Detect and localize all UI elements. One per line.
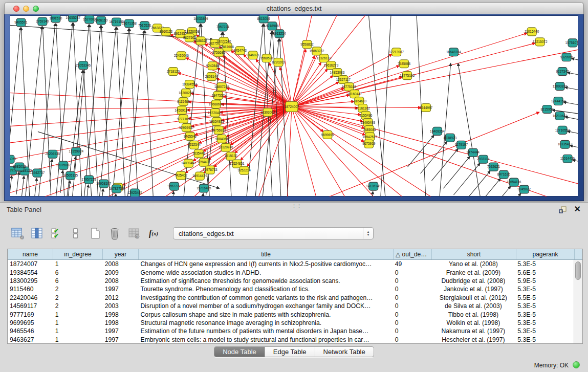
table-cell[interactable]: 5.6E-5 bbox=[515, 269, 574, 276]
table-cell[interactable]: 5.3E-5 bbox=[515, 319, 574, 326]
column-header-short[interactable]: short bbox=[432, 249, 516, 259]
table-cell[interactable]: 14569117 bbox=[8, 302, 53, 310]
table-cell[interactable]: 1997 bbox=[103, 327, 139, 335]
column-header-in_degree[interactable]: in_degree bbox=[53, 249, 103, 259]
network-edge[interactable] bbox=[570, 145, 578, 151]
table-cell[interactable]: Structural magnetic resonance image aver… bbox=[139, 319, 393, 326]
table-cell[interactable]: 0 bbox=[393, 319, 431, 326]
scrollbar-thumb[interactable] bbox=[575, 261, 581, 280]
table-cell[interactable]: 0 bbox=[393, 294, 431, 301]
table-settings-icon[interactable]: ⚙ bbox=[10, 226, 25, 240]
table-cell[interactable]: Nakamura et al. (1997) bbox=[431, 327, 516, 335]
table-cell[interactable]: 1 bbox=[53, 311, 103, 318]
tab-node-table[interactable]: Node Table bbox=[214, 347, 265, 357]
column-header-pagerank[interactable]: pagerank bbox=[516, 249, 575, 259]
table-cell[interactable]: Disruption of a novel member of a sodium… bbox=[139, 302, 393, 310]
network-edge[interactable] bbox=[60, 170, 63, 193]
network-edge[interactable] bbox=[474, 179, 500, 196]
network-edge[interactable] bbox=[458, 63, 484, 196]
table-cell[interactable]: 0 bbox=[393, 277, 431, 285]
network-edge[interactable] bbox=[464, 171, 490, 196]
column-header-out_degree[interactable]: △ out_de… bbox=[394, 249, 432, 259]
row-height-icon[interactable] bbox=[69, 226, 83, 240]
table-cell[interactable]: 5.3E-5 bbox=[515, 260, 574, 268]
table-cell[interactable]: 2012 bbox=[103, 294, 139, 301]
network-edge[interactable] bbox=[568, 131, 578, 137]
table-cell[interactable]: 22420046 bbox=[8, 294, 53, 301]
table-cell[interactable]: Embryonic stem cells: a model to study s… bbox=[139, 336, 393, 343]
network-edge[interactable] bbox=[565, 87, 578, 93]
table-cell[interactable]: Yano et al. (2008) bbox=[431, 260, 516, 268]
network-edge[interactable] bbox=[563, 102, 578, 108]
table-cell[interactable]: 19384554 bbox=[8, 269, 53, 276]
network-edge[interactable] bbox=[568, 73, 578, 79]
tab-network-table[interactable]: Network Table bbox=[315, 347, 374, 357]
network-edge[interactable] bbox=[578, 45, 578, 50]
table-cell[interactable]: 0 bbox=[393, 269, 431, 276]
network-edge[interactable] bbox=[125, 31, 144, 196]
table-cell[interactable]: Jankovic et al. (1997) bbox=[431, 286, 516, 293]
table-cell[interactable]: 49 bbox=[393, 260, 431, 268]
table-row[interactable]: 977716911998Corpus callosum shape and si… bbox=[8, 310, 574, 318]
table-cell[interactable]: 0 bbox=[393, 302, 431, 310]
table-cell[interactable]: 9465546 bbox=[8, 327, 53, 335]
table-cell[interactable]: 2003 bbox=[103, 302, 139, 310]
table-cell[interactable]: 2 bbox=[53, 302, 103, 310]
network-edge[interactable] bbox=[292, 106, 578, 196]
table-cell[interactable]: Tourette syndrome. Phenomenology and cla… bbox=[139, 286, 393, 293]
table-row[interactable]: 1456911722003Disruption of a novel membe… bbox=[8, 302, 574, 310]
column-header-year[interactable]: year bbox=[103, 249, 139, 259]
network-edge[interactable] bbox=[453, 163, 480, 195]
network-edge[interactable] bbox=[292, 76, 333, 107]
table-cell[interactable]: 0 bbox=[393, 286, 431, 293]
network-edge[interactable] bbox=[494, 193, 521, 196]
network-edge[interactable] bbox=[572, 58, 578, 64]
network-edge[interactable] bbox=[484, 186, 511, 196]
select-rows-icon[interactable]: ✔ ✔ bbox=[49, 226, 63, 240]
table-cell[interactable]: 18724007 bbox=[8, 260, 53, 268]
table-cell[interactable]: Estimation of significance thresholds fo… bbox=[139, 277, 393, 285]
table-cell[interactable]: 5.3E-5 bbox=[515, 327, 574, 335]
network-edge[interactable] bbox=[34, 178, 37, 196]
table-cell[interactable]: Genome-wide association studies in ADHD. bbox=[139, 269, 393, 276]
table-cell[interactable]: 5.3E-5 bbox=[515, 302, 574, 310]
tab-edge-table[interactable]: Edge Table bbox=[265, 347, 315, 357]
network-edge[interactable] bbox=[97, 27, 116, 196]
network-edge[interactable] bbox=[565, 117, 578, 123]
table-cell[interactable]: 5.3E-5 bbox=[515, 336, 574, 343]
function-builder-icon[interactable]: f(x) bbox=[146, 226, 161, 240]
table-cell[interactable]: Wolkin et al. (1998) bbox=[431, 319, 516, 326]
table-cell[interactable]: 1 bbox=[53, 260, 103, 268]
column-select-icon[interactable] bbox=[30, 226, 44, 240]
table-vertical-scrollbar[interactable] bbox=[574, 260, 582, 343]
table-cell[interactable]: Hescheler et al. (1997) bbox=[431, 336, 516, 343]
table-cell[interactable]: Stergiakouli et al. (2012) bbox=[431, 294, 516, 301]
table-cell[interactable]: 0 bbox=[393, 311, 431, 318]
table-cell[interactable]: 1 bbox=[53, 319, 103, 326]
table-cell[interactable]: 1997 bbox=[103, 286, 139, 293]
table-cell[interactable]: Changes of HCN gene expression and I(f) … bbox=[139, 260, 393, 268]
table-row[interactable]: 1938455462009Genome-wide association stu… bbox=[8, 268, 574, 276]
table-cell[interactable]: 5.3E-5 bbox=[515, 311, 574, 318]
network-edge[interactable] bbox=[573, 160, 578, 166]
network-edge[interactable] bbox=[16, 172, 19, 194]
delete-trash-icon[interactable] bbox=[107, 226, 122, 240]
network-canvas[interactable]: 1872400794055712769140189153010655287152… bbox=[10, 15, 578, 196]
table-cell[interactable]: 5.9E-5 bbox=[515, 277, 574, 285]
table-cell[interactable]: 5.3E-5 bbox=[515, 286, 574, 293]
table-cell[interactable]: 1 bbox=[53, 336, 103, 343]
network-edge[interactable] bbox=[292, 106, 490, 196]
table-cell[interactable]: 2 bbox=[53, 286, 103, 293]
table-cell[interactable]: 0 bbox=[393, 336, 431, 343]
table-cell[interactable]: Tibbo et al. (1998) bbox=[431, 311, 516, 318]
table-cell[interactable]: Franke et al. (2009) bbox=[431, 269, 516, 276]
table-cell[interactable]: Corpus callosum shape and size in male p… bbox=[139, 311, 393, 318]
table-cell[interactable]: 1 bbox=[53, 327, 103, 335]
table-cell[interactable]: 6 bbox=[53, 277, 103, 285]
delete-table-icon[interactable]: x bbox=[127, 226, 141, 240]
table-cell[interactable]: 6 bbox=[53, 269, 103, 276]
network-edge[interactable] bbox=[117, 27, 126, 196]
network-edge[interactable] bbox=[101, 26, 111, 196]
table-cell[interactable]: 0 bbox=[393, 327, 431, 335]
table-row[interactable]: 2242004622012Investigating the contribut… bbox=[8, 294, 574, 302]
